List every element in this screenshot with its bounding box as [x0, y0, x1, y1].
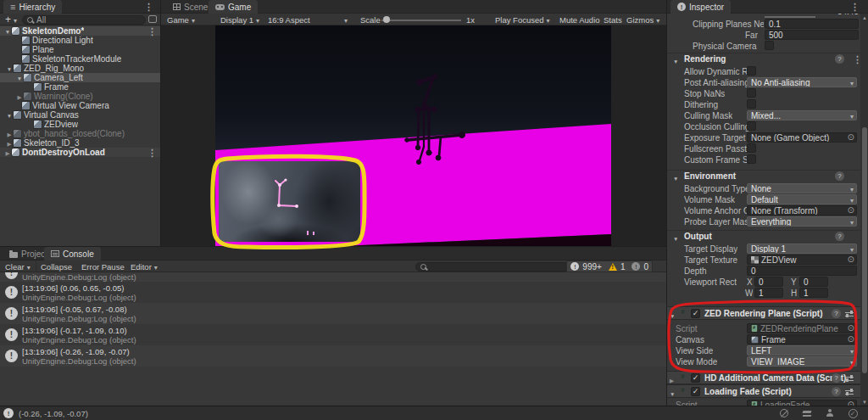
help-icon[interactable] — [835, 232, 844, 241]
hierarchy-item[interactable]: Plane — [0, 45, 160, 54]
object-picker-icon[interactable] — [848, 132, 854, 142]
post-anti-aliasing-dropdown[interactable]: No Anti-aliasing — [747, 77, 857, 87]
add-object-button[interactable]: + — [2, 14, 20, 25]
hierarchy-item[interactable]: ZEDview — [0, 120, 160, 129]
foldout-icon[interactable] — [7, 110, 12, 120]
status-ok-icon[interactable] — [848, 408, 858, 418]
help-icon[interactable] — [835, 171, 844, 181]
fade-script-object-field[interactable]: LoadingFade — [747, 400, 857, 406]
viewport-w-field[interactable]: 1 — [754, 288, 783, 298]
mute-audio-button[interactable]: Mute Audio — [556, 14, 604, 25]
tab-inspector[interactable]: Inspector — [670, 0, 731, 14]
hierarchy-item[interactable]: Frame — [0, 82, 160, 92]
component-enabled-checkbox[interactable] — [691, 387, 700, 396]
help-icon[interactable] — [832, 373, 841, 383]
tab-game[interactable]: Game — [209, 0, 258, 14]
search-filter-icon[interactable] — [148, 15, 157, 23]
play-focused-dropdown[interactable]: Play Focused — [492, 14, 554, 25]
component-enabled-checkbox[interactable] — [691, 309, 700, 318]
help-icon[interactable] — [835, 54, 844, 64]
environment-section-header[interactable]: Environment — [667, 170, 860, 182]
volume-mask-dropdown[interactable]: Default — [747, 194, 857, 204]
hd-additional-camera-data-header[interactable]: HD Additional Camera Data (Script) — [667, 371, 868, 384]
inspector-scroll-thumb[interactable] — [862, 127, 867, 373]
hierarchy-item-inactive[interactable]: ybot_hands_closed(Clone) — [0, 129, 160, 138]
component-enabled-checkbox[interactable] — [691, 373, 700, 383]
hierarchy-item[interactable]: Skeleton_ID_3 — [0, 138, 160, 148]
hierarchy-search-input[interactable]: All — [22, 15, 146, 25]
hierarchy-item-scene[interactable]: SkeletonDemo* — [0, 26, 160, 36]
hierarchy-item[interactable]: SkeletonTrackerModule — [0, 54, 160, 64]
scale-slider-handle[interactable] — [383, 16, 390, 23]
zed-script-object-field[interactable]: ZEDRenderingPlane — [747, 323, 857, 333]
background-type-dropdown[interactable]: None — [747, 183, 857, 193]
foldout-icon[interactable] — [8, 138, 12, 148]
notifications-muted-icon[interactable] — [779, 408, 789, 418]
game-mode-dropdown[interactable]: Game — [164, 14, 198, 25]
probe-layer-mask-dropdown[interactable]: Everything — [747, 216, 857, 227]
viewport-h-field[interactable]: 1 — [799, 288, 828, 298]
account-icon[interactable] — [825, 408, 835, 418]
fullscreen-passthrough-checkbox[interactable] — [747, 143, 756, 153]
hierarchy-item-inactive[interactable]: Warning(Clone) — [0, 92, 160, 101]
loading-fade-header[interactable]: Loading Fade (Script) — [667, 384, 868, 398]
depth-field[interactable]: 0 — [747, 266, 857, 276]
near-field[interactable]: 0.1 — [765, 19, 859, 29]
zed-rendering-plane-header[interactable]: ZED Rendering Plane (Script) — [667, 306, 868, 320]
info-count[interactable]: 999+ — [582, 262, 602, 272]
viewport-y-field[interactable]: 0 — [799, 277, 828, 287]
game-viewport[interactable] — [161, 25, 666, 246]
foldout-icon[interactable] — [6, 148, 10, 157]
view-side-dropdown[interactable]: LEFT — [747, 345, 857, 356]
hierarchy-item[interactable]: Directional Light — [0, 36, 160, 45]
clear-button[interactable]: Clear — [2, 260, 36, 272]
stop-nans-checkbox[interactable] — [747, 88, 756, 98]
info-log-icon[interactable] — [570, 262, 579, 271]
warning-count[interactable]: 1 — [620, 262, 626, 272]
exposure-target-object-field[interactable]: None (Game Object) — [747, 132, 857, 143]
fov-slider-track[interactable] — [765, 16, 815, 18]
status-message[interactable]: (-0.26, -1.09, -0.07) — [19, 409, 88, 418]
layers-icon[interactable] — [802, 408, 812, 418]
object-picker-icon[interactable] — [848, 334, 854, 344]
aspect-dropdown[interactable]: 16:9 Aspect — [264, 14, 351, 25]
status-log-icon[interactable] — [3, 408, 14, 418]
console-entry[interactable]: UnityEngine.Debug:Log (object) — [0, 272, 666, 282]
tab-scene[interactable]: Scene — [166, 0, 214, 14]
inspector-menu-icon[interactable] — [850, 2, 860, 13]
zed-canvas-object-field[interactable]: Frame — [747, 334, 857, 344]
allow-dynamic-res-checkbox[interactable] — [747, 66, 756, 76]
object-picker-icon[interactable] — [848, 400, 854, 406]
culling-mask-dropdown[interactable]: Mixed... — [747, 110, 857, 120]
error-pause-button[interactable]: Error Pause — [78, 260, 128, 272]
hierarchy-item-dontdestroyonload[interactable]: DontDestroyOnLoad — [0, 148, 160, 157]
custom-frame-settings-checkbox[interactable] — [747, 154, 756, 164]
foldout-icon[interactable] — [5, 26, 10, 36]
hierarchy-item[interactable]: ZED_Rig_Mono — [0, 64, 160, 73]
foldout-icon[interactable] — [7, 64, 12, 73]
view-mode-dropdown[interactable]: VIEW_IMAGE — [747, 356, 857, 367]
far-field[interactable]: 500 — [765, 30, 859, 40]
target-texture-object-field[interactable]: ZEDView — [747, 255, 857, 265]
scale-slider-track[interactable] — [381, 20, 461, 21]
gizmos-dropdown[interactable]: Gizmos — [623, 14, 663, 25]
target-display-dropdown[interactable]: Display 1 — [747, 244, 857, 254]
object-picker-icon[interactable] — [848, 205, 854, 215]
scene-menu-icon[interactable] — [147, 148, 157, 159]
error-count[interactable]: 0 — [643, 262, 648, 272]
scroll-up-icon[interactable]: ▲ — [862, 15, 867, 20]
foldout-icon[interactable] — [17, 73, 22, 82]
editor-dropdown[interactable]: Editor — [127, 260, 161, 272]
inspector-scrollbar[interactable]: ▲ ▼ — [860, 14, 868, 406]
output-section-header[interactable]: Output — [667, 230, 860, 242]
scroll-down-icon[interactable]: ▼ — [862, 400, 867, 405]
help-icon[interactable] — [832, 387, 841, 396]
rendering-section-header[interactable]: Rendering — [667, 53, 860, 64]
foldout-icon[interactable] — [8, 129, 12, 138]
occlusion-culling-checkbox[interactable] — [747, 121, 756, 131]
console-entry[interactable]: [13:19:06] (-0.26, -1.09, -0.07) UnityEn… — [0, 345, 666, 367]
physical-camera-checkbox[interactable] — [765, 41, 774, 50]
hierarchy-item[interactable]: Virtual View Camera — [0, 101, 160, 110]
foldout-icon[interactable] — [18, 92, 22, 101]
hierarchy-item[interactable]: Virtual Canvas — [0, 110, 160, 120]
